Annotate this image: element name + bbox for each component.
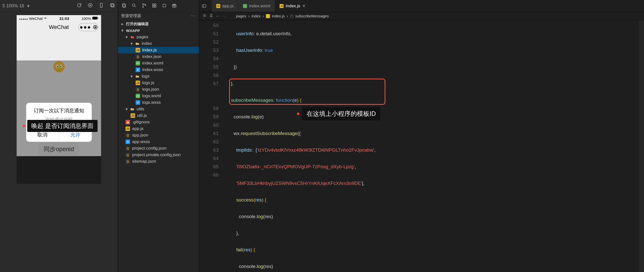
editor-tabs: JSapp.js <>index.wxml JSindex.js✕: [212, 0, 310, 12]
file-index-json[interactable]: {}index.json: [118, 53, 199, 60]
svg-point-15: [143, 4, 144, 5]
annotation-dot-icon: [23, 125, 25, 127]
device-icon[interactable]: [99, 3, 104, 9]
sidebar-toggle-icon[interactable]: [199, 4, 209, 8]
folder-pages[interactable]: ▾pages: [118, 34, 199, 40]
docker-icon[interactable]: ⛃: [172, 3, 176, 9]
phone-navbar: WeChat ●●●: [17, 22, 101, 33]
signal-dots: ●●●●●: [19, 18, 28, 20]
file-project-config[interactable]: {}project.config.json: [118, 145, 199, 152]
record-icon[interactable]: [87, 3, 93, 9]
simulator-stage: ●●●●● WeChat 21:03 100% WeChat: [0, 12, 118, 272]
crumb-symbol[interactable]: subscribeMessages: [295, 14, 329, 18]
js-file-icon: JS: [136, 81, 140, 85]
file-app-js[interactable]: JSapp.js: [118, 125, 199, 132]
dropdown-icon[interactable]: ▾: [27, 3, 29, 9]
capsule-menu-icon[interactable]: ●●●: [80, 24, 91, 30]
svg-rect-6: [98, 17, 98, 19]
file-logs-wxss[interactable]: #logs.wxss: [118, 99, 199, 106]
tab-index-wxml[interactable]: <>index.wxml: [238, 0, 275, 12]
js-file-icon: JS: [266, 14, 270, 18]
annotation-bubble-2: 在这填上小程序的模板ID: [297, 107, 380, 120]
crumb-file[interactable]: index.js: [272, 14, 285, 18]
file-sitemap[interactable]: {}sitemap.json: [118, 158, 199, 165]
windows-icon[interactable]: [110, 3, 115, 9]
file-index-wxss[interactable]: #index.wxss: [118, 66, 199, 73]
debug-icon[interactable]: [162, 3, 167, 9]
nav-back-icon[interactable]: ←: [216, 14, 220, 18]
capsule-close-icon[interactable]: [93, 25, 97, 29]
file-logs-wxml[interactable]: <>logs.wxml: [118, 93, 199, 99]
tab-index-js[interactable]: JSindex.js✕: [275, 0, 310, 12]
js-file-icon: JS: [131, 113, 135, 118]
project-root[interactable]: ▾WXAPP: [118, 27, 199, 34]
explorer-toolbar: ⛃: [118, 0, 199, 12]
close-tab-icon[interactable]: ✕: [302, 4, 305, 8]
code-area[interactable]: userInfo: e.detail.userInfo, hasUserInfo…: [223, 20, 644, 272]
folder-icon: [135, 74, 140, 79]
file-index-wxml[interactable]: <>index.wxml: [118, 60, 199, 66]
minimap[interactable]: [639, 20, 644, 272]
wxml-file-icon: <>: [243, 4, 247, 8]
file-app-json[interactable]: {}app.json: [118, 132, 199, 139]
battery-pct: 100%: [81, 16, 91, 21]
json-file-icon: {}: [136, 54, 140, 59]
editor-panel: JSapp.js <>index.wxml JSindex.js✕ ← → pa…: [199, 0, 644, 272]
js-file-icon: JS: [126, 126, 130, 131]
list-icon[interactable]: [203, 14, 207, 18]
folder-icon: [135, 41, 140, 46]
folder-icon: [130, 35, 135, 39]
svg-rect-19: [155, 4, 156, 5]
tab-app-js[interactable]: JSapp.js: [212, 0, 238, 12]
highlight-box: [229, 79, 385, 105]
svg-point-1: [89, 5, 91, 6]
file-index-js[interactable]: JSindex.js: [118, 47, 199, 53]
json-file-icon: {}: [126, 133, 130, 138]
wifi-icon: [44, 16, 47, 21]
sim-zoom-info[interactable]: 5 100% 16: [3, 3, 24, 9]
file-app-wxss[interactable]: #app.wxss: [118, 139, 199, 145]
file-gitignore[interactable]: ◆.gitignore: [118, 119, 199, 125]
search-icon[interactable]: [132, 3, 137, 9]
nav-forward-icon[interactable]: →: [222, 14, 226, 18]
wxss-file-icon: #: [136, 100, 140, 105]
file-logs-js[interactable]: JSlogs.js: [118, 80, 199, 86]
folder-icon: [130, 107, 135, 111]
files-icon[interactable]: [121, 3, 127, 9]
refresh-icon[interactable]: [76, 3, 82, 9]
code-editor[interactable]: 50 51 52 53 54 55 56 57 58 59 60 61 62 6…: [199, 20, 644, 272]
simulator-toolbar: 5 100% 16 ▾: [0, 0, 118, 12]
explorer-more-icon[interactable]: ···: [191, 14, 196, 18]
svg-rect-22: [163, 4, 166, 7]
js-file-icon: JS: [136, 48, 140, 52]
crumb-pages[interactable]: pages: [236, 14, 246, 18]
symbol-icon: ⬡: [290, 14, 293, 18]
svg-rect-4: [111, 4, 114, 7]
svg-rect-3: [111, 4, 113, 6]
dialog-title: 订阅一次以下消息通知: [26, 103, 92, 117]
wxml-file-icon: <>: [136, 94, 140, 98]
folder-logs[interactable]: ▾logs: [118, 73, 199, 80]
svg-rect-20: [152, 6, 154, 7]
svg-rect-21: [155, 6, 156, 7]
json-file-icon: {}: [136, 87, 140, 92]
editor-top-bar: JSapp.js <>index.wxml JSindex.js✕: [199, 0, 644, 12]
annotation-bubble: 唤起 是否订阅消息界面: [23, 120, 98, 132]
file-util-js[interactable]: JSutil.js: [118, 112, 199, 119]
crumb-index[interactable]: index: [252, 14, 261, 18]
extensions-icon[interactable]: [152, 3, 157, 9]
open-editors-section[interactable]: ▸打开的编辑器: [118, 21, 199, 27]
carrier-label: WeChat: [29, 16, 43, 21]
js-file-icon: JS: [280, 4, 284, 8]
svg-point-16: [143, 6, 144, 7]
capsule-button[interactable]: ●●●: [78, 23, 99, 31]
file-project-private[interactable]: {}project.private.config.json: [118, 152, 199, 158]
file-logs-json[interactable]: {}logs.json: [118, 86, 199, 93]
clock-label: 21:03: [59, 16, 69, 21]
js-file-icon: JS: [216, 4, 220, 8]
git-branch-icon[interactable]: [142, 3, 147, 9]
folder-index[interactable]: ▾index: [118, 40, 199, 47]
folder-utils[interactable]: ▾utils: [118, 106, 199, 112]
bookmark-icon[interactable]: [209, 14, 213, 18]
annotation-dot-icon: [297, 113, 299, 115]
